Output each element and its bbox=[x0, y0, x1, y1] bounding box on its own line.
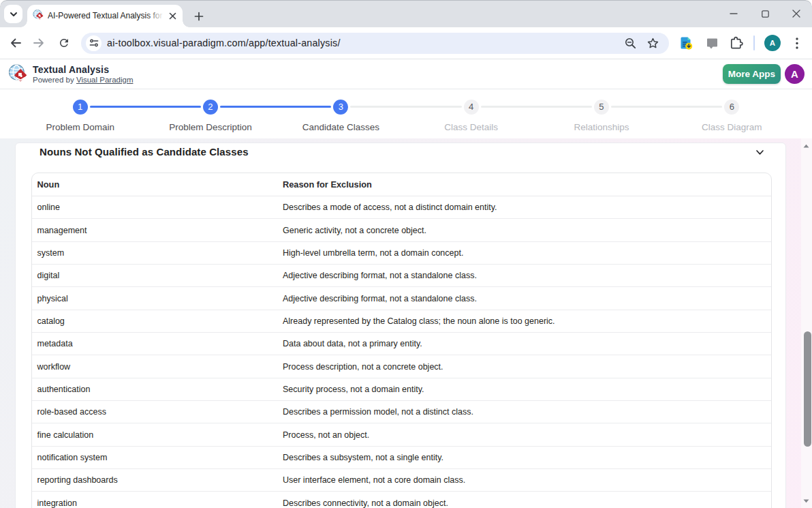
more-apps-button[interactable]: More Apps bbox=[723, 64, 781, 84]
noun-cell: management bbox=[32, 219, 278, 241]
noun-cell: integration bbox=[32, 492, 278, 508]
window-controls bbox=[718, 0, 812, 27]
visual-paradigm-logo bbox=[8, 64, 29, 85]
reason-cell: Describes a mode of access, not a distin… bbox=[277, 196, 771, 219]
address-bar[interactable]: ai-toolbox.visual-paradigm.com/app/textu… bbox=[81, 33, 669, 54]
reason-cell: Describes a permission model, not a dist… bbox=[277, 401, 771, 423]
noun-cell: role-based access bbox=[32, 401, 278, 423]
reason-cell: Security process, not a domain entity. bbox=[277, 378, 771, 400]
comment-bubble-extension-icon[interactable] bbox=[701, 32, 723, 54]
page-content: Nouns Not Qualified as Candidate Classes… bbox=[0, 138, 812, 508]
reason-cell: Describes a subsystem, not a single enti… bbox=[277, 446, 771, 468]
table-row: integrationDescribes connectivity, not a… bbox=[32, 492, 771, 508]
table-row: reporting dashboardsUser interface eleme… bbox=[32, 469, 771, 492]
browser-profile-avatar[interactable]: A bbox=[764, 35, 781, 51]
table-row: role-based accessDescribes a permission … bbox=[32, 401, 771, 423]
step-number-badge: 6 bbox=[724, 100, 739, 115]
user-avatar[interactable]: A bbox=[785, 64, 805, 84]
browser-tab[interactable]: AI-Powered Textual Analysis for bbox=[27, 5, 183, 27]
step-connector-line bbox=[90, 106, 201, 108]
table-row: notification systemDescribes a subsystem… bbox=[32, 446, 771, 468]
new-tab-button[interactable] bbox=[189, 7, 208, 25]
content-panel: Nouns Not Qualified as Candidate Classes… bbox=[15, 143, 786, 508]
nouns-table-card: Noun Reason for Exclusion onlineDescribe… bbox=[31, 173, 772, 508]
noun-cell: authentication bbox=[32, 378, 278, 400]
step-number-badge: 1 bbox=[73, 100, 88, 115]
app-title: Textual Analysis bbox=[33, 64, 109, 75]
noun-cell: digital bbox=[32, 265, 278, 287]
stepper-steps: 1Problem Domain2Problem Description3Cand… bbox=[15, 89, 797, 138]
reason-cell: High-level umbrella term, not a domain c… bbox=[277, 241, 771, 264]
reason-cell: Describes connectivity, not a domain obj… bbox=[277, 492, 771, 508]
step-number-badge: 3 bbox=[333, 100, 348, 115]
reason-cell: Adjective describing format, not a stand… bbox=[277, 265, 771, 287]
stepper: 1Problem Domain2Problem Description3Cand… bbox=[0, 89, 812, 138]
site-info-icon[interactable] bbox=[86, 35, 102, 51]
reason-cell: User interface element, not a core domai… bbox=[277, 469, 771, 492]
app-header: Textual Analysis Powered by Visual Parad… bbox=[0, 59, 812, 89]
table-row: catalogAlready represented by the Catalo… bbox=[32, 310, 771, 332]
step-number-badge: 5 bbox=[594, 100, 609, 115]
step-connector-line bbox=[220, 106, 331, 108]
docs-download-extension-icon[interactable] bbox=[675, 32, 697, 54]
noun-cell: notification system bbox=[32, 446, 278, 468]
col-header-reason: Reason for Exclusion bbox=[277, 173, 771, 196]
bookmark-star-icon[interactable] bbox=[642, 33, 663, 54]
noun-cell: physical bbox=[32, 287, 278, 310]
table-row: managementGeneric activity, not a concre… bbox=[32, 219, 771, 241]
noun-cell: online bbox=[32, 196, 278, 219]
tab-close-icon[interactable] bbox=[168, 12, 177, 21]
section-collapse-chevron-icon[interactable] bbox=[753, 146, 766, 158]
table-row: fine calculationProcess, not an object. bbox=[32, 423, 771, 446]
reason-cell: Adjective describing format, not a stand… bbox=[277, 287, 771, 310]
table-row: workflowProcess description, not a concr… bbox=[32, 355, 771, 378]
reason-cell: Process description, not a concrete obje… bbox=[277, 355, 771, 378]
browser-menu-icon[interactable] bbox=[786, 32, 808, 54]
toolbar-separator bbox=[753, 35, 755, 50]
extensions-puzzle-icon[interactable] bbox=[725, 32, 747, 54]
tab-search-button[interactable] bbox=[4, 5, 22, 23]
url-text: ai-toolbox.visual-paradigm.com/app/textu… bbox=[107, 33, 341, 54]
table-body: onlineDescribes a mode of access, not a … bbox=[32, 196, 771, 508]
section-title: Nouns Not Qualified as Candidate Classes bbox=[40, 146, 249, 158]
visual-paradigm-favicon bbox=[33, 10, 44, 21]
tab-strip: AI-Powered Textual Analysis for bbox=[0, 0, 812, 27]
noun-cell: fine calculation bbox=[32, 423, 278, 446]
vertical-scrollbar[interactable] bbox=[801, 138, 812, 508]
maximize-button[interactable] bbox=[749, 0, 781, 27]
step-number-badge: 2 bbox=[203, 100, 218, 115]
forward-button[interactable] bbox=[27, 27, 50, 59]
reload-button[interactable] bbox=[52, 27, 76, 59]
tab-title-fade bbox=[147, 5, 168, 27]
table-row: physicalAdjective describing format, not… bbox=[32, 287, 771, 310]
table-row: systemHigh-level umbrella term, not a do… bbox=[32, 241, 771, 264]
step-number-badge: 4 bbox=[464, 100, 479, 115]
table-row: digitalAdjective describing format, not … bbox=[32, 265, 771, 287]
reason-cell: Generic activity, not a concrete object. bbox=[277, 219, 771, 241]
noun-cell: metadata bbox=[32, 333, 278, 355]
nouns-table: Noun Reason for Exclusion onlineDescribe… bbox=[32, 173, 771, 508]
table-row: onlineDescribes a mode of access, not a … bbox=[32, 196, 771, 219]
zoom-out-icon[interactable] bbox=[619, 33, 641, 54]
browser-window: AI-Powered Textual Analysis for bbox=[0, 0, 812, 508]
minimize-button[interactable] bbox=[718, 0, 749, 27]
back-button[interactable] bbox=[4, 27, 27, 59]
powered-by: Powered by Visual Paradigm bbox=[33, 76, 133, 84]
scroll-down-arrow-icon[interactable] bbox=[801, 496, 812, 507]
browser-toolbar: ai-toolbox.visual-paradigm.com/app/textu… bbox=[0, 27, 812, 59]
close-window-button[interactable] bbox=[781, 0, 812, 27]
chevron-down-icon bbox=[10, 10, 18, 18]
scroll-up-arrow-icon[interactable] bbox=[801, 140, 812, 151]
noun-cell: reporting dashboards bbox=[32, 469, 278, 492]
reason-cell: Data about data, not a primary entity. bbox=[277, 333, 771, 355]
scrollbar-thumb[interactable] bbox=[804, 331, 811, 447]
step-connector-line bbox=[481, 106, 592, 108]
noun-cell: system bbox=[32, 241, 278, 264]
reason-cell: Already represented by the Catalog class… bbox=[277, 310, 771, 332]
reason-cell: Process, not an object. bbox=[277, 423, 771, 446]
visual-paradigm-link[interactable]: Visual Paradigm bbox=[76, 76, 134, 84]
stepper-step-class-diagram[interactable]: 6Class Diagram bbox=[667, 89, 797, 138]
noun-cell: workflow bbox=[32, 355, 278, 378]
noun-cell: catalog bbox=[32, 310, 278, 332]
step-connector-line bbox=[611, 106, 722, 108]
